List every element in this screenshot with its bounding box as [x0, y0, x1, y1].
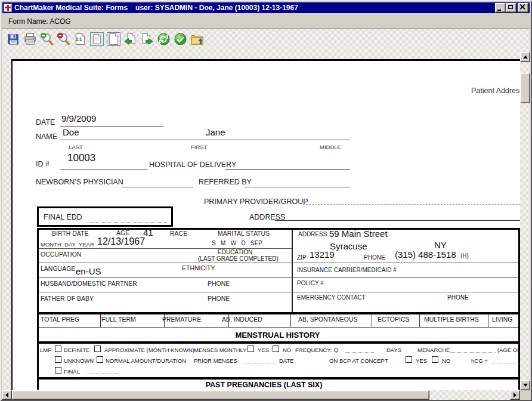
- menstrual-bottom-border: [37, 377, 520, 380]
- unknown-checkbox[interactable]: [55, 356, 61, 363]
- previous-page-button[interactable]: [123, 32, 137, 47]
- scroll-up-icon: [523, 55, 528, 58]
- definite-checkbox[interactable]: [55, 346, 61, 352]
- preg-div-4: [290, 314, 291, 327]
- bcp-no-label: NO: [442, 357, 450, 364]
- horizontal-scrollbar[interactable]: [2, 390, 520, 400]
- phone4-label: PHONE: [447, 294, 469, 301]
- actual-size-button[interactable]: 1:1: [73, 32, 87, 47]
- window-title-user: user: SYSADMIN - Doe, Jane (10003) 12-13…: [135, 4, 298, 12]
- name-last-value[interactable]: Doe: [63, 127, 79, 137]
- table-center-divider: [292, 230, 293, 312]
- normal-checkbox[interactable]: [97, 356, 103, 363]
- scroll-left-icon: [5, 393, 8, 397]
- preg-col-ectopics: ECTOPICS: [378, 316, 409, 323]
- month-day-year-label: MONTH DAY YEAR: [41, 241, 94, 248]
- language-value[interactable]: en-US: [76, 266, 101, 276]
- marital-options: S M W D SEP: [212, 240, 262, 246]
- open-folder-button[interactable]: [190, 32, 204, 47]
- husband-label: HUSBAND/DOMESTIC PARTNER: [41, 280, 137, 287]
- close-button[interactable]: [518, 3, 528, 13]
- toolbar: 1:1: [2, 28, 530, 52]
- id-value[interactable]: 10003: [67, 152, 95, 164]
- save-button[interactable]: [7, 32, 20, 47]
- minimize-button[interactable]: [495, 3, 506, 13]
- scroll-right-icon: [514, 393, 516, 397]
- bcp-yes-checkbox[interactable]: [406, 356, 412, 363]
- minimize-icon: [497, 10, 501, 11]
- father-label: FATHER OF BABY: [41, 295, 94, 302]
- referred-by-label: REFERRED BY: [199, 178, 252, 186]
- bcp-yes-label: YES: [416, 357, 427, 364]
- menses-yes-checkbox[interactable]: [248, 346, 254, 352]
- vertical-scrollbar[interactable]: [520, 52, 530, 390]
- name-first-value[interactable]: Jane: [206, 127, 225, 137]
- app-icon: [4, 4, 12, 12]
- education-label: EDUCATION: [218, 249, 252, 255]
- scroll-down-button[interactable]: [520, 380, 530, 390]
- on-bcp-label: ON BCP AT CONCEPT: [329, 357, 388, 364]
- menarche-label: MENARCHE: [417, 347, 450, 353]
- maximize-icon: [508, 5, 513, 9]
- table-top-border: [37, 228, 520, 230]
- approximate-label: APPROXIMATE (MONTH KNOWN): [104, 347, 194, 353]
- preg-col-total: TOTAL PREG: [41, 316, 79, 323]
- scroll-right-button[interactable]: [510, 390, 520, 400]
- app-window: ChartMaker Medical Suite: Forms user: SY…: [0, 0, 532, 401]
- document-view: Patient Address DATE 9/9/2009 NAME Doe J…: [2, 52, 530, 400]
- final-line: [86, 374, 119, 374]
- prior-date-label: DATE: [279, 357, 294, 364]
- hospital-label: HOSPITAL OF DELIVERY: [149, 161, 236, 169]
- final-checkbox[interactable]: [55, 367, 61, 374]
- preg-col-premature: PREMATURE: [162, 316, 201, 323]
- refresh-button[interactable]: [157, 32, 171, 47]
- address-city-value[interactable]: Syracuse: [330, 241, 367, 251]
- policy-label: POLICY #: [297, 280, 324, 286]
- frequency-line: [345, 352, 374, 353]
- hcg-line: [491, 363, 520, 363]
- preg-col-living: LIVING: [492, 316, 512, 323]
- final-edd-label: FINAL EDD: [44, 213, 82, 221]
- approximate-checkbox[interactable]: [94, 346, 101, 352]
- full-page-button[interactable]: [107, 32, 120, 47]
- single-page-button[interactable]: [90, 32, 104, 47]
- close-icon: [519, 4, 525, 10]
- preg-col-fullterm: FULL TERM: [101, 316, 136, 323]
- zoom-in-button[interactable]: [40, 32, 54, 47]
- preg-div-3: [228, 314, 229, 327]
- scroll-up-button[interactable]: [520, 52, 530, 62]
- age-onset-label: (AGE ONSET): [497, 347, 520, 353]
- vertical-scroll-thumb[interactable]: [520, 73, 530, 103]
- primary-provider-label: PRIMARY PROVIDER/GROUP: [204, 198, 308, 206]
- table-left-border: [37, 228, 39, 390]
- bcp-no-checkbox[interactable]: [432, 356, 438, 363]
- zoom-out-button[interactable]: [57, 32, 70, 47]
- prior-menses-line: [245, 363, 276, 363]
- phone-value[interactable]: (315) 488-1518: [395, 249, 456, 260]
- address-state-value[interactable]: NY: [434, 240, 447, 250]
- zip-label: ZIP: [297, 254, 307, 261]
- age-label: AGE: [116, 229, 129, 236]
- document-canvas: Patient Address DATE 9/9/2009 NAME Doe J…: [2, 52, 520, 390]
- address-line: [275, 220, 520, 221]
- print-button[interactable]: [23, 32, 37, 47]
- name-label: NAME: [36, 132, 57, 141]
- phone-label: PHONE: [364, 254, 385, 261]
- form-name-label: Form Name: ACOG: [8, 17, 71, 26]
- maximize-button[interactable]: [506, 3, 516, 13]
- birth-date-value[interactable]: 12/13/1967: [97, 236, 145, 247]
- row-sep-4: [39, 292, 518, 292]
- date-value[interactable]: 9/9/2009: [61, 113, 96, 124]
- menses-no-label: NO: [283, 347, 291, 353]
- ethnicity-label: ETHNICITY: [182, 264, 215, 272]
- language-label: LANGUAGE: [41, 265, 75, 272]
- scroll-left-button[interactable]: [2, 390, 12, 400]
- horizontal-scroll-thumb[interactable]: [12, 390, 429, 400]
- zip-value[interactable]: 13219: [310, 249, 335, 260]
- next-page-button[interactable]: [140, 32, 154, 47]
- menses-no-checkbox[interactable]: [273, 346, 279, 352]
- page-top-edge: [11, 59, 520, 61]
- address-street-value[interactable]: 59 Main Street: [329, 229, 388, 239]
- confirm-button[interactable]: [174, 32, 187, 47]
- menstrual-top-border: [37, 341, 520, 344]
